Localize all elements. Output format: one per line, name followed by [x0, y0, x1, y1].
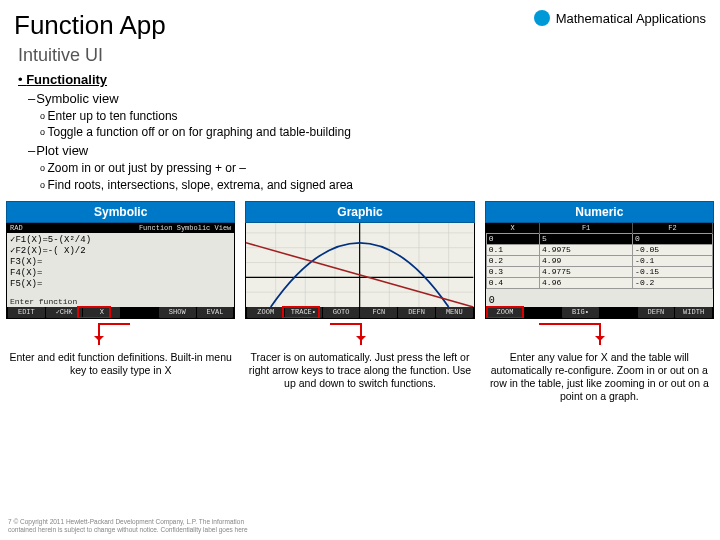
- outline-symbolic-view: Symbolic view: [28, 91, 706, 106]
- num-cell: 0: [486, 233, 539, 244]
- table-row[interactable]: 0.1 4.9975 -0.05: [486, 244, 712, 255]
- arrow-icon: [599, 323, 601, 345]
- brand-dot-icon: [534, 10, 550, 26]
- num-mk-zoom[interactable]: ZOOM: [487, 307, 524, 318]
- outline-plot-2: Find roots, intersections, slope, extrem…: [40, 177, 706, 193]
- num-mk-big[interactable]: BIG•: [562, 307, 599, 318]
- table-row[interactable]: 0 5 0: [486, 233, 712, 244]
- num-cell: 4.96: [540, 277, 633, 288]
- num-cell: -0.1: [633, 255, 713, 266]
- outline-plot-1: Zoom in or out just by pressing + or –: [40, 160, 706, 176]
- outline-functionality: Functionality: [18, 72, 706, 87]
- screen-numeric: X F1 F2 0 5 0 0.1 4.9975 -0.05 0.2 4.99: [485, 223, 714, 319]
- page-title: Function App: [14, 10, 166, 41]
- sym-mk-x[interactable]: X: [83, 307, 120, 318]
- footer-line: contained herein is subject to change wi…: [8, 526, 248, 534]
- page-subtitle: Intuitive UI: [0, 45, 720, 72]
- sym-row-4: F4(X)=: [10, 268, 231, 279]
- num-h-x: X: [486, 223, 539, 234]
- num-mk-b2: [600, 307, 637, 318]
- screen-symbolic: RAD Function Symbolic View ✓F1(X)=5-(X²/…: [6, 223, 235, 319]
- sym-mk-edit[interactable]: EDIT: [8, 307, 45, 318]
- num-mk-width[interactable]: WIDTH: [675, 307, 712, 318]
- sym-mk-show[interactable]: SHOW: [159, 307, 196, 318]
- num-cell: 0.2: [486, 255, 539, 266]
- sym-row-1: ✓F1(X)=5-(X²/4): [10, 235, 231, 246]
- num-menubar: ZOOM BIG• DEFN WIDTH: [486, 307, 713, 318]
- panel-numeric: Numeric X F1 F2 0 5 0 0.1 4.9975 -0.05: [485, 201, 714, 319]
- gra-mk-zoom[interactable]: ZOOM: [247, 307, 284, 318]
- num-cell: 4.9975: [540, 244, 633, 255]
- num-cell: 0.4: [486, 277, 539, 288]
- sym-mk-chk[interactable]: ✓CHK: [46, 307, 83, 318]
- num-mk-b1: [524, 307, 561, 318]
- num-cell: -0.05: [633, 244, 713, 255]
- table-row[interactable]: 0.2 4.99 -0.1: [486, 255, 712, 266]
- num-cell: 0.3: [486, 266, 539, 277]
- panel-title-numeric: Numeric: [485, 201, 714, 223]
- sym-status-left: RAD: [10, 224, 23, 232]
- caption-text: Enter any value for X and the table will…: [490, 351, 709, 402]
- outline: Functionality Symbolic view Enter up to …: [0, 72, 720, 193]
- panel-title-graphic: Graphic: [245, 201, 474, 223]
- outline-sym-2: Toggle a function off or on for graphing…: [40, 124, 706, 140]
- table-row[interactable]: 0.4 4.96 -0.2: [486, 277, 712, 288]
- caption-symbolic: Enter and edit function definitions. Bui…: [6, 323, 235, 404]
- num-cell: 0: [633, 233, 713, 244]
- sym-mk-blank: [121, 307, 158, 318]
- sym-status-right: Function Symbolic View: [139, 224, 231, 232]
- num-cell: 4.99: [540, 255, 633, 266]
- num-cell: 0.1: [486, 244, 539, 255]
- footer-copyright: 7 © Copyright 2011 Hewlett-Packard Devel…: [8, 518, 248, 534]
- sym-menubar: EDIT ✓CHK X SHOW EVAL: [7, 307, 234, 318]
- num-cell: 5: [540, 233, 633, 244]
- gra-mk-goto[interactable]: GOTO: [323, 307, 360, 318]
- numeric-table: X F1 F2 0 5 0 0.1 4.9975 -0.05 0.2 4.99: [486, 223, 713, 289]
- caption-text: Enter and edit function definitions. Bui…: [9, 351, 231, 376]
- caption-text: Tracer is on automatically. Just press t…: [249, 351, 471, 389]
- sym-mk-eval[interactable]: EVAL: [197, 307, 234, 318]
- num-cell: -0.2: [633, 277, 713, 288]
- caption-graphic: Tracer is on automatically. Just press t…: [245, 323, 474, 404]
- num-mk-defn[interactable]: DEFN: [638, 307, 675, 318]
- brand-text: Mathematical Applications: [556, 11, 706, 26]
- outline-sym-1: Enter up to ten functions: [40, 108, 706, 124]
- num-cell: -0.15: [633, 266, 713, 277]
- gra-menubar: ZOOM TRACE• GOTO FCN DEFN MENU: [246, 307, 473, 318]
- table-row[interactable]: 0.3 4.9775 -0.15: [486, 266, 712, 277]
- gra-mk-defn[interactable]: DEFN: [398, 307, 435, 318]
- arrow-icon: [360, 323, 362, 345]
- gra-mk-fcn[interactable]: FCN: [360, 307, 397, 318]
- panel-symbolic: Symbolic RAD Function Symbolic View ✓F1(…: [6, 201, 235, 319]
- outline-plot-view: Plot view: [28, 143, 706, 158]
- footer-line: 7 © Copyright 2011 Hewlett-Packard Devel…: [8, 518, 248, 526]
- panel-title-symbolic: Symbolic: [6, 201, 235, 223]
- num-cell: 4.9775: [540, 266, 633, 277]
- graph-area: [246, 223, 473, 307]
- sym-row-3: F3(X)=: [10, 257, 231, 268]
- arrow-icon: [98, 323, 100, 345]
- sym-row-2: ✓F2(X)=-( X)/2: [10, 246, 231, 257]
- caption-numeric: Enter any value for X and the table will…: [485, 323, 714, 404]
- sym-row-5: F5(X)=: [10, 279, 231, 290]
- numeric-big-value: 0: [489, 295, 495, 306]
- brand-block: Mathematical Applications: [534, 10, 706, 26]
- gra-mk-trace[interactable]: TRACE•: [285, 307, 322, 318]
- screen-graphic: ZOOM TRACE• GOTO FCN DEFN MENU: [245, 223, 474, 319]
- sym-hint: Enter function: [10, 297, 77, 306]
- num-h-f2: F2: [633, 223, 713, 234]
- gra-mk-menu[interactable]: MENU: [436, 307, 473, 318]
- panel-graphic: Graphic: [245, 201, 474, 319]
- num-h-f1: F1: [540, 223, 633, 234]
